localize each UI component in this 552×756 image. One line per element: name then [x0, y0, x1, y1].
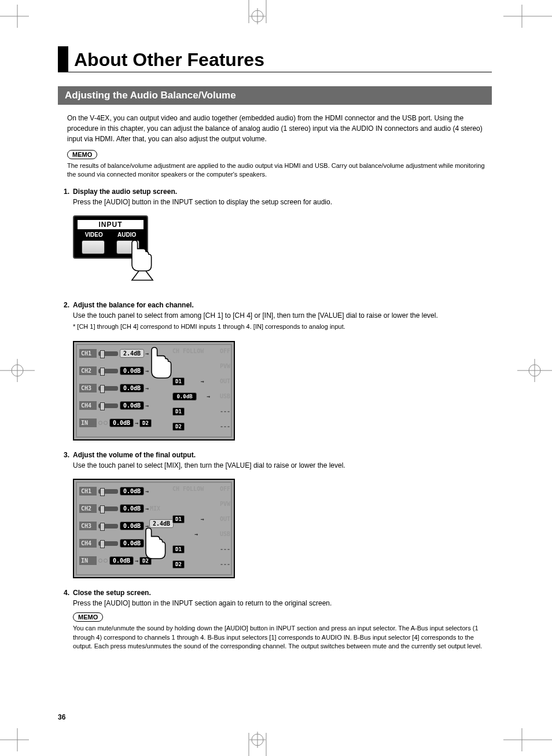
lcd-d1-b: D1 — [172, 408, 185, 416]
step-title: Display the audio setup screen. — [73, 188, 492, 196]
lcd-mix-label: MIX — [150, 505, 160, 512]
input-panel-label: INPUT — [78, 220, 143, 229]
lcd-pvw: PVW — [220, 501, 230, 507]
section-header: Adjusting the Audio Balance/Volume — [58, 86, 492, 105]
video-button[interactable] — [82, 240, 105, 254]
step-number: 3. — [58, 451, 69, 473]
step-title: Adjust the balance for each channel. — [73, 301, 492, 309]
chapter-title-row: About Other Features — [58, 46, 492, 72]
step-2: 2. Adjust the balance for each channel. … — [58, 301, 492, 335]
step-note: * [CH 1] through [CH 4] correspond to HD… — [73, 322, 492, 331]
slider-icon — [98, 541, 118, 546]
figure-input-panel: INPUT VIDEO AUDIO — [73, 215, 492, 291]
page-content: About Other Features Adjusting the Audio… — [58, 46, 492, 662]
lcd-d1: D1 — [172, 515, 185, 523]
step-4: 4. Close the setup screen. Press the [AU… — [58, 589, 492, 659]
lcd-usb: USB — [220, 393, 230, 399]
lcd-dash: --- — [220, 408, 230, 414]
memo-badge: MEMO — [67, 150, 97, 159]
step-number: 4. — [58, 589, 69, 659]
figure-lcd-1: CH12.4dB→ CH20.0dB→ CH30.0dB→ CH40.0dB→ … — [73, 341, 492, 441]
lcd-ch4: CH4 — [79, 539, 97, 548]
lcd-mix-value[interactable]: 0.0dB — [172, 392, 197, 401]
lcd-out: OUT — [220, 516, 230, 522]
hand-pointer-icon — [132, 526, 178, 572]
lcd-in-value[interactable]: 0.0dB — [109, 419, 134, 427]
chapter-title: About Other Features — [74, 49, 264, 72]
step-number: 2. — [58, 301, 69, 335]
slider-icon — [98, 524, 118, 529]
lcd-ch3: CH3 — [79, 384, 97, 392]
intro-paragraph: On the V-4EX, you can output video and a… — [67, 113, 492, 144]
lcd-in-value[interactable]: 0.0dB — [109, 556, 134, 565]
lcd-ch2-value[interactable]: 0.0dB — [120, 504, 144, 513]
slider-icon — [98, 351, 118, 356]
lcd-out: OUT — [220, 378, 230, 384]
slider-icon — [98, 386, 118, 391]
lcd-dash: --- — [220, 561, 230, 567]
step-desc: Use the touch panel to select from among… — [73, 311, 492, 321]
stereo-jack-icon — [98, 421, 108, 425]
audio-label: AUDIO — [117, 232, 136, 238]
memo-badge: MEMO — [73, 612, 103, 622]
lcd-ch2: CH2 — [79, 366, 97, 375]
lcd-ch4-value[interactable]: 0.0dB — [120, 401, 144, 410]
hand-pointer-icon — [118, 238, 164, 285]
title-accent-bar — [58, 46, 68, 72]
slider-icon — [98, 489, 118, 494]
step-title: Close the setup screen. — [73, 589, 492, 597]
lcd-ch3: CH3 — [79, 522, 97, 530]
page-number: 36 — [58, 713, 65, 721]
lcd-d2-b: D2 — [172, 423, 185, 431]
stereo-jack-icon — [98, 559, 108, 563]
step-desc: Use the touch panel to select [MIX], the… — [73, 461, 492, 471]
slider-icon — [98, 369, 118, 373]
step-desc: Press the [AUDIO] button in the INPUT se… — [73, 599, 492, 608]
memo-1-text: The results of balance/volume adjustment… — [67, 162, 492, 179]
lcd-pvw: PVW — [220, 363, 230, 369]
lcd-ch2: CH2 — [79, 504, 97, 513]
lcd-dash: --- — [220, 546, 230, 552]
step-number: 1. — [58, 188, 69, 210]
memo-2-text: You can mute/unmute the sound by holding… — [73, 624, 492, 651]
lcd-off: OFF — [220, 486, 230, 492]
lcd-chfollow: CH FOLLOW — [172, 486, 204, 492]
lcd-in: IN — [79, 419, 97, 427]
step-title: Adjust the volume of the final output. — [73, 451, 492, 459]
lcd-in: IN — [79, 556, 97, 565]
lcd-ch1: CH1 — [79, 349, 97, 358]
figure-lcd-2: CH10.0dB→ CH20.0dB→MIX CH30.0dB→ CH40.0d… — [73, 479, 492, 578]
lcd-ch4: CH4 — [79, 401, 97, 410]
lcd-d2: D2 — [139, 419, 152, 427]
lcd-dash: --- — [220, 423, 230, 430]
lcd-usb: USB — [220, 531, 230, 537]
lcd-off: OFF — [220, 348, 230, 354]
lcd-ch1-value[interactable]: 0.0dB — [120, 487, 144, 496]
slider-icon — [98, 403, 118, 408]
slider-icon — [98, 507, 118, 511]
step-1: 1. Display the audio setup screen. Press… — [58, 188, 492, 210]
hand-pointer-icon — [138, 346, 184, 392]
lcd-ch1: CH1 — [79, 487, 97, 496]
video-label: VIDEO — [85, 232, 103, 238]
step-desc: Press the [AUDIO] button in the INPUT se… — [73, 197, 492, 207]
step-3: 3. Adjust the volume of the final output… — [58, 451, 492, 473]
